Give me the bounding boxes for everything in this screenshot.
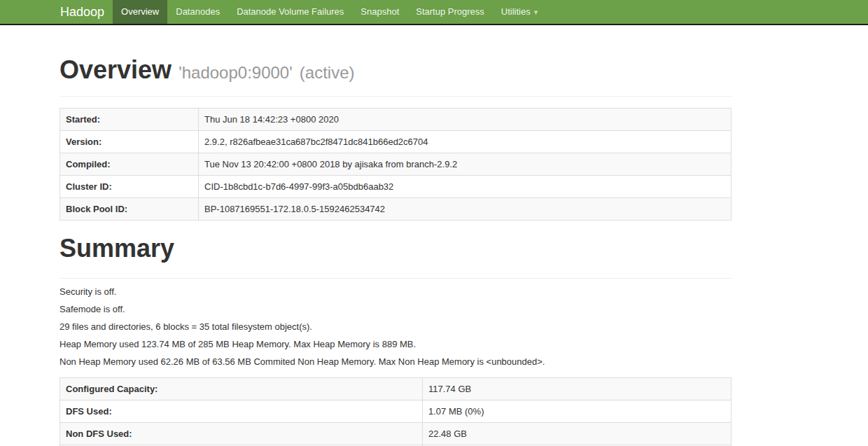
row-label: Started: bbox=[60, 109, 199, 131]
table-row: Configured Capacity: 117.74 GB bbox=[60, 378, 732, 400]
page-title-text: Overview bbox=[59, 55, 172, 84]
overview-info-table: Started: Thu Jun 18 14:42:23 +0800 2020 … bbox=[59, 108, 732, 221]
row-label: Block Pool ID: bbox=[60, 198, 199, 221]
security-status: Security is off. bbox=[59, 286, 732, 297]
nav-tab-overview[interactable]: Overview bbox=[113, 0, 167, 24]
table-row: Block Pool ID: BP-1087169551-172.18.0.5-… bbox=[60, 198, 732, 221]
row-value: 117.74 GB bbox=[423, 378, 732, 400]
nav-dropdown-utilities-label: Utilities bbox=[501, 6, 531, 17]
heap-memory-summary: Heap Memory used 123.74 MB of 285 MB Hea… bbox=[59, 339, 732, 349]
safemode-status: Safemode is off. bbox=[59, 304, 732, 314]
nav-tab-snapshot[interactable]: Snapshot bbox=[352, 0, 407, 24]
row-value: BP-1087169551-172.18.0.5-1592462534742 bbox=[199, 198, 732, 221]
table-row: Non DFS Used: 22.48 GB bbox=[60, 423, 732, 445]
row-value: 2.9.2, r826afbeae31ca687bc2f8471dc841b66… bbox=[199, 131, 732, 153]
table-row: DFS Used: 1.07 MB (0%) bbox=[60, 400, 732, 423]
row-value: 1.07 MB (0%) bbox=[423, 400, 732, 423]
non-heap-memory-summary: Non Heap Memory used 62.26 MB of 63.56 M… bbox=[59, 356, 732, 367]
navbar-brand: Hadoop bbox=[60, 0, 113, 24]
summary-paragraphs: Security is off. Safemode is off. 29 fil… bbox=[59, 286, 732, 367]
nav-dropdown-utilities[interactable]: Utilities▾ bbox=[493, 0, 546, 24]
nav-tab-datanode-volume-failures[interactable]: Datanode Volume Failures bbox=[228, 0, 352, 24]
filesystem-objects-summary: 29 files and directories, 6 blocks = 35 … bbox=[59, 321, 732, 332]
summary-page-header: Summary bbox=[59, 235, 732, 279]
namenode-address: 'hadoop0:9000' bbox=[178, 63, 293, 82]
table-row: Cluster ID: CID-1b8cbd1c-b7d6-4997-99f3-… bbox=[60, 176, 732, 198]
row-label: Version: bbox=[60, 131, 199, 153]
row-value: CID-1b8cbd1c-b7d6-4997-99f3-a05bdb6aab32 bbox=[199, 176, 732, 198]
summary-title: Summary bbox=[59, 235, 732, 263]
row-value: Tue Nov 13 20:42:00 +0800 2018 by ajisak… bbox=[199, 153, 732, 176]
table-row: Compiled: Tue Nov 13 20:42:00 +0800 2018… bbox=[60, 153, 732, 176]
row-label: DFS Used: bbox=[60, 400, 423, 423]
nav-tab-datanodes[interactable]: Datanodes bbox=[167, 0, 228, 24]
top-navbar: Hadoop Overview Datanodes Datanode Volum… bbox=[0, 0, 868, 25]
table-row: Started: Thu Jun 18 14:42:23 +0800 2020 bbox=[60, 109, 732, 131]
row-value: 22.48 GB bbox=[423, 423, 732, 445]
row-value: Thu Jun 18 14:42:23 +0800 2020 bbox=[199, 109, 732, 131]
caret-down-icon: ▾ bbox=[534, 0, 538, 24]
namenode-state: (active) bbox=[300, 63, 355, 82]
overview-page-header: Overview 'hadoop0:9000' (active) bbox=[59, 56, 732, 97]
page-title: Overview 'hadoop0:9000' (active) bbox=[59, 56, 732, 87]
row-label: Non DFS Used: bbox=[60, 423, 423, 445]
capacity-table: Configured Capacity: 117.74 GB DFS Used:… bbox=[59, 377, 732, 446]
nav-tab-startup-progress[interactable]: Startup Progress bbox=[407, 0, 493, 24]
table-row: Version: 2.9.2, r826afbeae31ca687bc2f847… bbox=[60, 131, 732, 153]
row-label: Configured Capacity: bbox=[60, 378, 423, 400]
row-label: Cluster ID: bbox=[60, 176, 199, 198]
row-label: Compiled: bbox=[60, 153, 199, 176]
